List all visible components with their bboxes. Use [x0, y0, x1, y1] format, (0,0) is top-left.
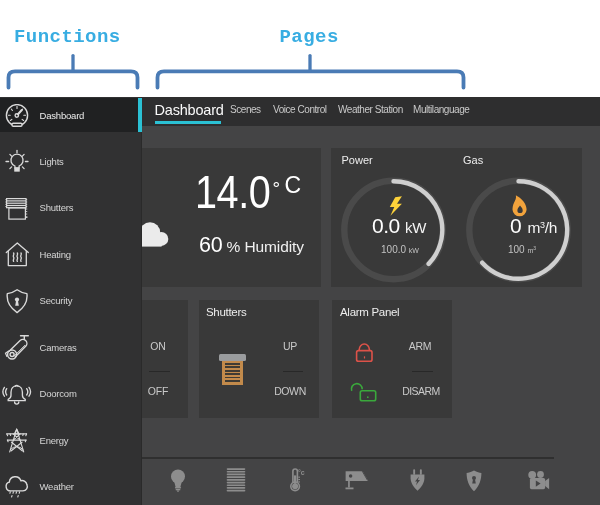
- svg-text:°c: °c: [298, 469, 305, 476]
